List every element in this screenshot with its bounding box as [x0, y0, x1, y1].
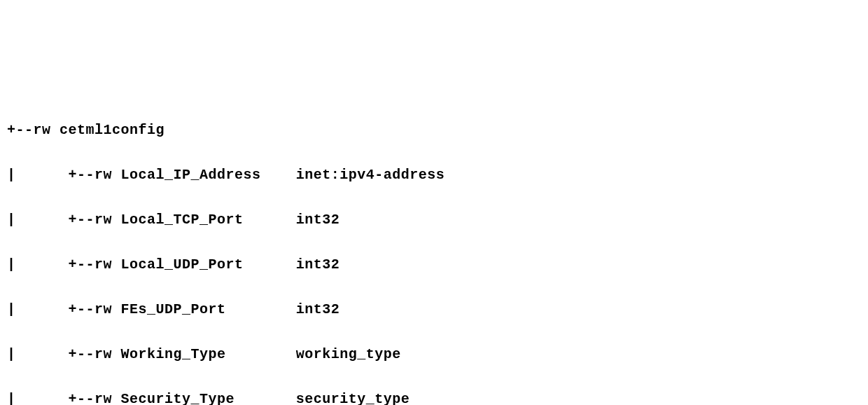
tree-type: int32 [296, 209, 340, 231]
tree-type: working_type [296, 343, 401, 366]
tree-name: Working_Type [121, 343, 288, 366]
tree-perm: rw [94, 388, 112, 405]
tree-prefix: | +-- [7, 254, 94, 276]
tree-leaf: | +--rw FEs_UDP_Port int32 [7, 298, 861, 321]
tree-type: inet:ipv4-address [296, 164, 445, 186]
tree-perm: rw [94, 254, 112, 276]
tree-name: cetml1config [59, 119, 164, 142]
tree-prefix: | +-- [7, 298, 94, 321]
tree-perm: rw [94, 343, 112, 366]
tree-type: int32 [296, 254, 340, 276]
tree-leaf: | +--rw Local_TCP_Port int32 [7, 209, 861, 231]
tree-leaf: | +--rw Security_Type security_type [7, 388, 861, 405]
tree-prefix: | +-- [7, 388, 94, 405]
tree-name: Local_UDP_Port [121, 254, 288, 276]
yang-tree: +--rw cetml1config | +--rw Local_IP_Addr… [7, 97, 861, 405]
tree-leaf: | +--rw Local_IP_Address inet:ipv4-addre… [7, 164, 861, 186]
tree-prefix: | +-- [7, 343, 94, 366]
tree-name: Local_IP_Address [121, 164, 288, 186]
tree-leaf: | +--rw Local_UDP_Port int32 [7, 254, 861, 276]
tree-type: int32 [296, 298, 340, 321]
tree-perm: rw [94, 164, 112, 186]
tree-perm: rw [94, 209, 112, 231]
tree-name: FEs_UDP_Port [121, 298, 288, 321]
tree-prefix: | +-- [7, 209, 94, 231]
tree-leaf: | +--rw Working_Type working_type [7, 343, 861, 366]
tree-perm: rw [94, 298, 112, 321]
tree-prefix: | +-- [7, 164, 94, 186]
tree-root: +--rw cetml1config [7, 119, 861, 142]
tree-name: Security_Type [121, 388, 288, 405]
tree-perm: rw [34, 119, 51, 142]
tree-name: Local_TCP_Port [121, 209, 288, 231]
tree-type: security_type [296, 388, 410, 405]
tree-prefix: +-- [7, 119, 34, 142]
